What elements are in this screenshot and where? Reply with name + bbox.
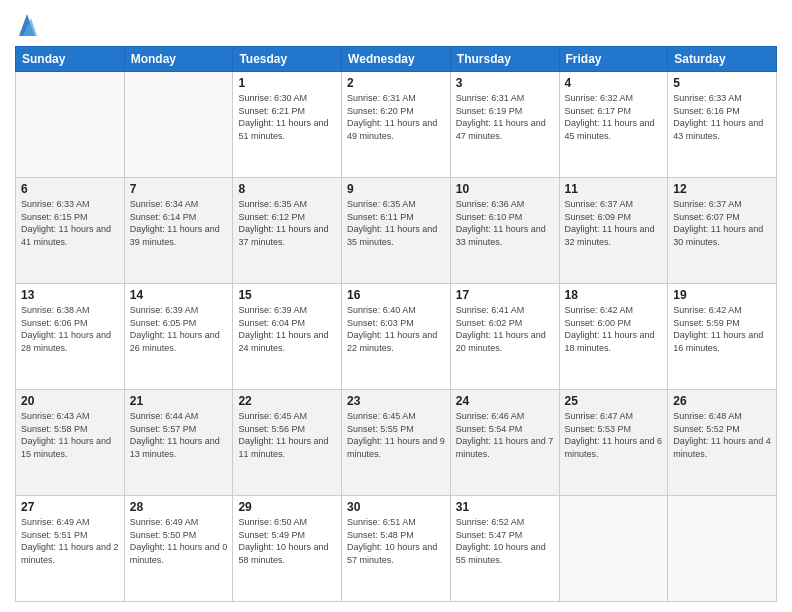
calendar-table: SundayMondayTuesdayWednesdayThursdayFrid… bbox=[15, 46, 777, 602]
day-info: Sunrise: 6:42 AM Sunset: 5:59 PM Dayligh… bbox=[673, 304, 771, 354]
day-number: 15 bbox=[238, 288, 336, 302]
day-number: 30 bbox=[347, 500, 445, 514]
day-info: Sunrise: 6:37 AM Sunset: 6:07 PM Dayligh… bbox=[673, 198, 771, 248]
day-info: Sunrise: 6:48 AM Sunset: 5:52 PM Dayligh… bbox=[673, 410, 771, 460]
day-number: 5 bbox=[673, 76, 771, 90]
day-number: 1 bbox=[238, 76, 336, 90]
day-number: 8 bbox=[238, 182, 336, 196]
calendar-cell: 28Sunrise: 6:49 AM Sunset: 5:50 PM Dayli… bbox=[124, 496, 233, 602]
page: SundayMondayTuesdayWednesdayThursdayFrid… bbox=[0, 0, 792, 612]
day-number: 6 bbox=[21, 182, 119, 196]
day-info: Sunrise: 6:37 AM Sunset: 6:09 PM Dayligh… bbox=[565, 198, 663, 248]
day-number: 23 bbox=[347, 394, 445, 408]
day-info: Sunrise: 6:35 AM Sunset: 6:12 PM Dayligh… bbox=[238, 198, 336, 248]
calendar-cell: 2Sunrise: 6:31 AM Sunset: 6:20 PM Daylig… bbox=[342, 72, 451, 178]
day-number: 4 bbox=[565, 76, 663, 90]
day-number: 2 bbox=[347, 76, 445, 90]
day-number: 22 bbox=[238, 394, 336, 408]
calendar-cell bbox=[668, 496, 777, 602]
header bbox=[15, 10, 777, 38]
day-number: 26 bbox=[673, 394, 771, 408]
day-info: Sunrise: 6:42 AM Sunset: 6:00 PM Dayligh… bbox=[565, 304, 663, 354]
day-number: 18 bbox=[565, 288, 663, 302]
calendar-cell: 12Sunrise: 6:37 AM Sunset: 6:07 PM Dayli… bbox=[668, 178, 777, 284]
day-number: 24 bbox=[456, 394, 554, 408]
calendar-weekday-header: Saturday bbox=[668, 47, 777, 72]
calendar-week-row: 1Sunrise: 6:30 AM Sunset: 6:21 PM Daylig… bbox=[16, 72, 777, 178]
day-info: Sunrise: 6:52 AM Sunset: 5:47 PM Dayligh… bbox=[456, 516, 554, 566]
day-number: 9 bbox=[347, 182, 445, 196]
day-number: 12 bbox=[673, 182, 771, 196]
calendar-cell: 1Sunrise: 6:30 AM Sunset: 6:21 PM Daylig… bbox=[233, 72, 342, 178]
calendar-cell: 25Sunrise: 6:47 AM Sunset: 5:53 PM Dayli… bbox=[559, 390, 668, 496]
calendar-cell bbox=[124, 72, 233, 178]
day-number: 27 bbox=[21, 500, 119, 514]
calendar-cell: 8Sunrise: 6:35 AM Sunset: 6:12 PM Daylig… bbox=[233, 178, 342, 284]
day-info: Sunrise: 6:45 AM Sunset: 5:55 PM Dayligh… bbox=[347, 410, 445, 460]
day-info: Sunrise: 6:31 AM Sunset: 6:20 PM Dayligh… bbox=[347, 92, 445, 142]
calendar-cell: 21Sunrise: 6:44 AM Sunset: 5:57 PM Dayli… bbox=[124, 390, 233, 496]
calendar-cell: 6Sunrise: 6:33 AM Sunset: 6:15 PM Daylig… bbox=[16, 178, 125, 284]
day-number: 21 bbox=[130, 394, 228, 408]
day-info: Sunrise: 6:45 AM Sunset: 5:56 PM Dayligh… bbox=[238, 410, 336, 460]
calendar-cell: 20Sunrise: 6:43 AM Sunset: 5:58 PM Dayli… bbox=[16, 390, 125, 496]
day-info: Sunrise: 6:35 AM Sunset: 6:11 PM Dayligh… bbox=[347, 198, 445, 248]
day-info: Sunrise: 6:36 AM Sunset: 6:10 PM Dayligh… bbox=[456, 198, 554, 248]
calendar-cell: 17Sunrise: 6:41 AM Sunset: 6:02 PM Dayli… bbox=[450, 284, 559, 390]
day-info: Sunrise: 6:31 AM Sunset: 6:19 PM Dayligh… bbox=[456, 92, 554, 142]
day-info: Sunrise: 6:39 AM Sunset: 6:04 PM Dayligh… bbox=[238, 304, 336, 354]
day-number: 16 bbox=[347, 288, 445, 302]
day-info: Sunrise: 6:34 AM Sunset: 6:14 PM Dayligh… bbox=[130, 198, 228, 248]
day-number: 3 bbox=[456, 76, 554, 90]
calendar-weekday-header: Friday bbox=[559, 47, 668, 72]
day-number: 20 bbox=[21, 394, 119, 408]
day-info: Sunrise: 6:41 AM Sunset: 6:02 PM Dayligh… bbox=[456, 304, 554, 354]
logo-icon bbox=[17, 10, 37, 38]
calendar-weekday-header: Monday bbox=[124, 47, 233, 72]
calendar-cell: 22Sunrise: 6:45 AM Sunset: 5:56 PM Dayli… bbox=[233, 390, 342, 496]
calendar-weekday-header: Sunday bbox=[16, 47, 125, 72]
day-info: Sunrise: 6:32 AM Sunset: 6:17 PM Dayligh… bbox=[565, 92, 663, 142]
day-number: 10 bbox=[456, 182, 554, 196]
day-number: 17 bbox=[456, 288, 554, 302]
calendar-weekday-header: Wednesday bbox=[342, 47, 451, 72]
calendar-week-row: 13Sunrise: 6:38 AM Sunset: 6:06 PM Dayli… bbox=[16, 284, 777, 390]
day-info: Sunrise: 6:47 AM Sunset: 5:53 PM Dayligh… bbox=[565, 410, 663, 460]
day-info: Sunrise: 6:44 AM Sunset: 5:57 PM Dayligh… bbox=[130, 410, 228, 460]
day-number: 28 bbox=[130, 500, 228, 514]
day-info: Sunrise: 6:40 AM Sunset: 6:03 PM Dayligh… bbox=[347, 304, 445, 354]
day-info: Sunrise: 6:38 AM Sunset: 6:06 PM Dayligh… bbox=[21, 304, 119, 354]
calendar-weekday-header: Thursday bbox=[450, 47, 559, 72]
calendar-cell: 27Sunrise: 6:49 AM Sunset: 5:51 PM Dayli… bbox=[16, 496, 125, 602]
calendar-week-row: 27Sunrise: 6:49 AM Sunset: 5:51 PM Dayli… bbox=[16, 496, 777, 602]
day-number: 13 bbox=[21, 288, 119, 302]
day-number: 19 bbox=[673, 288, 771, 302]
day-info: Sunrise: 6:46 AM Sunset: 5:54 PM Dayligh… bbox=[456, 410, 554, 460]
calendar-cell: 29Sunrise: 6:50 AM Sunset: 5:49 PM Dayli… bbox=[233, 496, 342, 602]
calendar-cell bbox=[16, 72, 125, 178]
day-number: 7 bbox=[130, 182, 228, 196]
calendar-cell: 7Sunrise: 6:34 AM Sunset: 6:14 PM Daylig… bbox=[124, 178, 233, 284]
day-info: Sunrise: 6:43 AM Sunset: 5:58 PM Dayligh… bbox=[21, 410, 119, 460]
calendar-cell: 18Sunrise: 6:42 AM Sunset: 6:00 PM Dayli… bbox=[559, 284, 668, 390]
calendar-cell: 23Sunrise: 6:45 AM Sunset: 5:55 PM Dayli… bbox=[342, 390, 451, 496]
calendar-cell: 16Sunrise: 6:40 AM Sunset: 6:03 PM Dayli… bbox=[342, 284, 451, 390]
day-info: Sunrise: 6:49 AM Sunset: 5:50 PM Dayligh… bbox=[130, 516, 228, 566]
logo bbox=[15, 14, 37, 38]
calendar-cell: 24Sunrise: 6:46 AM Sunset: 5:54 PM Dayli… bbox=[450, 390, 559, 496]
calendar-cell: 3Sunrise: 6:31 AM Sunset: 6:19 PM Daylig… bbox=[450, 72, 559, 178]
day-info: Sunrise: 6:39 AM Sunset: 6:05 PM Dayligh… bbox=[130, 304, 228, 354]
day-number: 31 bbox=[456, 500, 554, 514]
calendar-cell: 30Sunrise: 6:51 AM Sunset: 5:48 PM Dayli… bbox=[342, 496, 451, 602]
calendar-cell bbox=[559, 496, 668, 602]
calendar-week-row: 6Sunrise: 6:33 AM Sunset: 6:15 PM Daylig… bbox=[16, 178, 777, 284]
calendar-cell: 26Sunrise: 6:48 AM Sunset: 5:52 PM Dayli… bbox=[668, 390, 777, 496]
calendar-cell: 19Sunrise: 6:42 AM Sunset: 5:59 PM Dayli… bbox=[668, 284, 777, 390]
day-info: Sunrise: 6:30 AM Sunset: 6:21 PM Dayligh… bbox=[238, 92, 336, 142]
day-number: 11 bbox=[565, 182, 663, 196]
calendar-cell: 31Sunrise: 6:52 AM Sunset: 5:47 PM Dayli… bbox=[450, 496, 559, 602]
day-info: Sunrise: 6:49 AM Sunset: 5:51 PM Dayligh… bbox=[21, 516, 119, 566]
calendar-cell: 5Sunrise: 6:33 AM Sunset: 6:16 PM Daylig… bbox=[668, 72, 777, 178]
calendar-cell: 4Sunrise: 6:32 AM Sunset: 6:17 PM Daylig… bbox=[559, 72, 668, 178]
calendar-weekday-header: Tuesday bbox=[233, 47, 342, 72]
